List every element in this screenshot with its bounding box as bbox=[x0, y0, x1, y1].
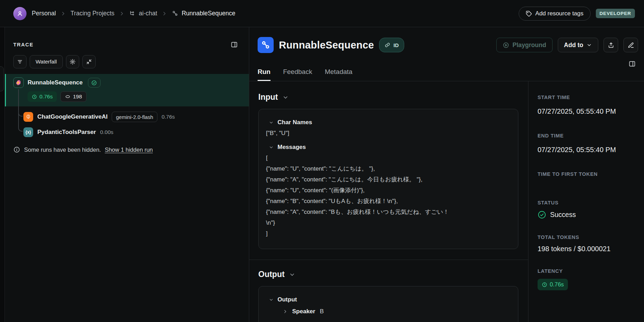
output-section-header[interactable]: Output bbox=[258, 270, 518, 279]
person-icon bbox=[16, 10, 23, 17]
chevron-right-icon bbox=[119, 11, 125, 16]
input-section-header[interactable]: Input bbox=[258, 92, 518, 102]
trace-sidebar: TRACE Waterfall Runn bbox=[5, 27, 249, 322]
time-to-first-token-stat: TIME TO FIRST TOKEN bbox=[538, 171, 637, 200]
root-latency-pill: 0.76s bbox=[28, 91, 57, 102]
run-latency: 0.76s bbox=[162, 114, 175, 120]
run-title: RunnableSequence bbox=[279, 39, 374, 51]
collapse-icon bbox=[86, 59, 92, 65]
tag-icon bbox=[526, 10, 532, 17]
chevron-down-icon bbox=[282, 94, 289, 100]
user-avatar[interactable] bbox=[13, 7, 27, 20]
tab-feedback[interactable]: Feedback bbox=[283, 68, 312, 81]
chevron-down-icon bbox=[586, 42, 592, 48]
edit-button[interactable] bbox=[623, 38, 638, 52]
tab-metadata[interactable]: Metadata bbox=[325, 68, 352, 81]
sidebar-panel-toggle-icon[interactable] bbox=[231, 41, 238, 48]
breadcrumb-project[interactable]: ai-chat bbox=[129, 10, 157, 17]
trace-root-row[interactable]: RunnableSequence 0.76s 198 bbox=[5, 74, 249, 106]
gear-icon bbox=[69, 59, 76, 65]
success-check-badge bbox=[88, 78, 101, 88]
chevron-down-icon bbox=[269, 120, 274, 125]
clock-icon bbox=[32, 94, 37, 99]
chevron-down-icon bbox=[289, 271, 295, 278]
chevron-right-icon bbox=[162, 11, 167, 16]
trace-child-name: PydanticToolsParser bbox=[37, 129, 96, 136]
share-button[interactable] bbox=[604, 38, 618, 52]
success-check-icon bbox=[538, 210, 546, 219]
details-panel-toggle-icon[interactable] bbox=[629, 60, 636, 67]
filter-runs-button[interactable] bbox=[13, 55, 27, 68]
clock-icon bbox=[542, 282, 547, 287]
breadcrumb-personal[interactable]: Personal bbox=[32, 10, 56, 17]
collapse-all-button[interactable] bbox=[82, 55, 96, 68]
model-chip: gemini-2.0-flash bbox=[112, 112, 157, 122]
token-icon bbox=[65, 94, 71, 99]
trace-child-llm-row[interactable]: ChatGoogleGenerativeAI gemini-2.0-flash … bbox=[23, 112, 249, 122]
speaker-row[interactable]: Speaker B bbox=[283, 308, 511, 315]
trace-child-name: ChatGoogleGenerativeAI bbox=[37, 113, 108, 120]
sequence-icon bbox=[172, 10, 178, 17]
run-latency: 0.00s bbox=[100, 129, 113, 135]
run-io-column: Input Char Names ["B", "U"] Messages [ bbox=[249, 81, 528, 322]
total-tokens-stat: TOTAL TOKENS 198 tokens / $0.000021 bbox=[538, 234, 637, 253]
chevron-right-icon bbox=[283, 309, 288, 314]
breadcrumb-run[interactable]: RunnableSequence bbox=[172, 10, 235, 17]
link-icon bbox=[385, 42, 390, 48]
input-box: Char Names ["B", "U"] Messages [ {"name"… bbox=[258, 109, 518, 249]
breadcrumb-tracing-projects[interactable]: Tracing Projects bbox=[71, 10, 114, 17]
trace-panel-title: TRACE bbox=[13, 42, 34, 47]
trace-toolbar: Waterfall bbox=[5, 48, 249, 68]
show-hidden-run-link[interactable]: Show 1 hidden run bbox=[105, 147, 153, 153]
sequence-icon bbox=[258, 37, 274, 53]
chevron-down-icon bbox=[269, 297, 274, 302]
char-names-toggle[interactable]: Char Names bbox=[269, 119, 511, 126]
tree-connector bbox=[18, 89, 23, 132]
collapsed-nav-strip bbox=[0, 27, 5, 322]
trace-root-name: RunnableSequence bbox=[28, 79, 83, 86]
parrot-icon bbox=[13, 77, 24, 88]
root-tokens-pill: 198 bbox=[60, 91, 87, 102]
top-bar: Personal Tracing Projects ai-chat Runnab… bbox=[0, 0, 644, 27]
trace-tree: RunnableSequence 0.76s 198 bbox=[5, 74, 249, 137]
messages-toggle[interactable]: Messages bbox=[269, 144, 511, 151]
latency-pill: 0.76s bbox=[538, 279, 568, 290]
waterfall-view-button[interactable]: Waterfall bbox=[30, 55, 63, 68]
trace-settings-button[interactable] bbox=[66, 55, 79, 68]
char-names-value: ["B", "U"] bbox=[266, 128, 511, 138]
run-tabs: Run Feedback Metadata bbox=[249, 53, 644, 81]
trace-child-parser-row[interactable]: {x} PydanticToolsParser 0.00s bbox=[23, 127, 249, 137]
add-to-button[interactable]: Add to bbox=[558, 38, 598, 52]
parser-icon: {x} bbox=[23, 127, 33, 137]
playground-button[interactable]: Playground bbox=[496, 38, 552, 52]
run-details-panel: START TIME 07/27/2025, 05:55:40 PM END T… bbox=[528, 81, 644, 322]
status-stat: STATUS Success bbox=[538, 200, 637, 219]
brain-icon bbox=[23, 112, 33, 122]
latency-stat: LATENCY 0.76s bbox=[538, 268, 637, 290]
run-header: RunnableSequence ID Playground Add to bbox=[249, 27, 644, 53]
output-box: Output Speaker B bbox=[258, 286, 518, 322]
hidden-runs-note: Some runs have been hidden. Show 1 hidde… bbox=[13, 146, 249, 153]
tab-run[interactable]: Run bbox=[258, 68, 271, 81]
add-resource-tags-button[interactable]: Add resource tags bbox=[519, 7, 591, 21]
info-icon bbox=[13, 146, 20, 153]
output-group-toggle[interactable]: Output bbox=[269, 296, 511, 303]
developer-badge: DEVELOPER bbox=[596, 9, 635, 18]
play-icon bbox=[503, 42, 509, 48]
nav-expand-handle[interactable] bbox=[0, 66, 4, 91]
end-time-stat: END TIME 07/27/2025, 05:55:40 PM bbox=[538, 133, 637, 156]
pencil-icon bbox=[628, 42, 634, 48]
filter-icon bbox=[17, 59, 23, 65]
chevron-down-icon bbox=[269, 145, 274, 150]
share-upload-icon bbox=[608, 42, 614, 48]
copy-id-button[interactable]: ID bbox=[379, 38, 404, 52]
breadcrumb: Personal Tracing Projects ai-chat Runnab… bbox=[32, 10, 235, 17]
project-icon bbox=[129, 10, 136, 17]
messages-json: [ {"name": "U", "content": "こんにちは。 "}, {… bbox=[266, 152, 511, 239]
chevron-right-icon bbox=[60, 11, 66, 16]
start-time-stat: START TIME 07/27/2025, 05:55:40 PM bbox=[538, 95, 637, 118]
section-divider bbox=[249, 260, 528, 260]
